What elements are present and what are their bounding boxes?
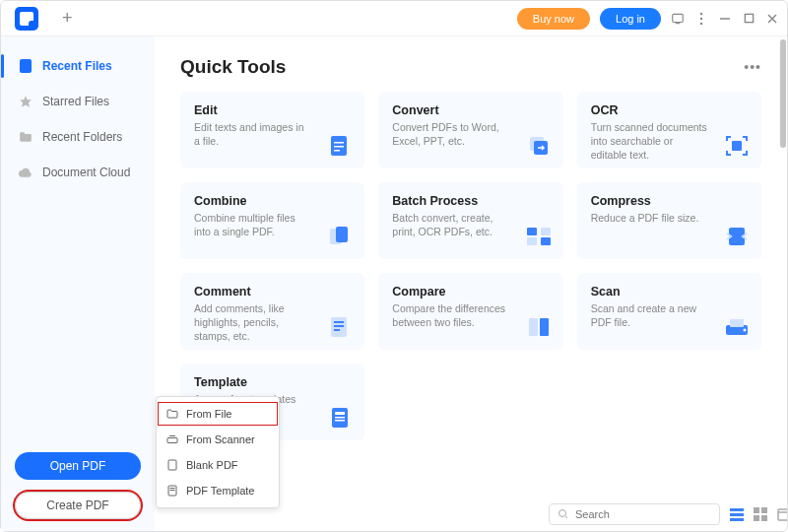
svg-point-38 <box>559 510 566 517</box>
svg-rect-40 <box>730 508 744 511</box>
popup-item-label: PDF Template <box>186 485 255 497</box>
batch-icon <box>526 224 552 249</box>
blank-icon <box>166 459 178 471</box>
star-icon <box>19 95 33 108</box>
card-compare[interactable]: CompareCompare the differences between t… <box>378 273 562 350</box>
combine-icon <box>327 224 353 249</box>
svg-rect-45 <box>754 515 759 521</box>
card-ocr[interactable]: OCRTurn scanned documents into searchabl… <box>577 92 761 168</box>
sidebar-item-document-cloud[interactable]: Document Cloud <box>1 155 155 190</box>
popup-blank-pdf[interactable]: Blank PDF <box>157 452 279 478</box>
new-tab-button[interactable]: + <box>62 8 73 29</box>
svg-text:T: T <box>735 142 740 151</box>
convert-icon <box>526 133 552 159</box>
svg-rect-21 <box>541 228 551 235</box>
folder-icon <box>19 130 33 144</box>
svg-rect-8 <box>20 59 32 73</box>
svg-rect-46 <box>761 515 767 521</box>
svg-rect-36 <box>335 417 345 419</box>
titlebar: + Buy now Log in <box>1 1 787 36</box>
svg-rect-26 <box>334 321 344 323</box>
svg-rect-22 <box>527 237 537 245</box>
card-convert[interactable]: ConvertConvert PDFs to Word, Excel, PPT,… <box>378 92 562 168</box>
compare-icon <box>526 314 552 340</box>
sidebar-item-label: Recent Folders <box>42 130 122 144</box>
svg-line-39 <box>565 516 568 519</box>
scrollbar-thumb[interactable] <box>780 39 786 148</box>
popup-from-file[interactable]: From File <box>157 401 279 427</box>
svg-point-2 <box>700 17 702 19</box>
svg-rect-12 <box>334 146 344 148</box>
page-title: Quick Tools <box>180 56 286 78</box>
sidebar-item-recent-folders[interactable]: Recent Folders <box>1 119 155 155</box>
cloud-icon <box>19 166 33 179</box>
feedback-icon[interactable] <box>671 12 685 26</box>
close-icon[interactable] <box>765 12 779 26</box>
app-logo <box>15 7 38 31</box>
svg-rect-13 <box>334 150 340 152</box>
more-icon[interactable]: ••• <box>744 59 761 75</box>
svg-rect-32 <box>730 319 744 327</box>
svg-rect-29 <box>529 318 538 336</box>
scan-icon <box>724 314 750 340</box>
card-batch[interactable]: Batch ProcessBatch convert, create, prin… <box>378 182 562 259</box>
create-pdf-popup: From File From Scanner Blank PDF PDF Tem… <box>156 396 280 508</box>
ocr-icon: T <box>724 133 750 159</box>
folder-icon <box>166 408 178 420</box>
app-window: + Buy now Log in Recent Files Starred Fi… <box>0 0 788 532</box>
svg-rect-19 <box>336 227 348 242</box>
svg-rect-20 <box>527 228 537 235</box>
search-box[interactable] <box>549 503 720 525</box>
card-edit[interactable]: EditEdit texts and images in a file. <box>180 92 364 168</box>
card-combine[interactable]: CombineCombine multiple files into a sin… <box>180 182 364 259</box>
svg-rect-47 <box>778 509 787 520</box>
edit-icon <box>327 133 353 159</box>
document-icon <box>19 59 33 73</box>
sidebar-item-label: Starred Files <box>42 95 109 108</box>
card-scan[interactable]: ScanScan and create a new PDF file. <box>577 273 761 350</box>
list-view-icon[interactable] <box>730 507 744 521</box>
maximize-icon[interactable] <box>742 12 755 26</box>
svg-rect-44 <box>761 507 767 513</box>
sidebar-item-label: Document Cloud <box>42 166 130 179</box>
popup-item-label: Blank PDF <box>186 459 238 471</box>
grid-view-icon[interactable] <box>754 507 767 521</box>
svg-rect-23 <box>541 237 551 245</box>
sidebar: Recent Files Starred Files Recent Folder… <box>1 36 155 531</box>
create-pdf-button[interactable]: Create PDF <box>15 492 141 519</box>
svg-rect-35 <box>335 412 345 415</box>
card-compress[interactable]: CompressReduce a PDF file size. <box>577 182 761 259</box>
popup-item-label: From File <box>186 408 231 420</box>
quick-tools-grid: EditEdit texts and images in a file. Con… <box>180 92 761 440</box>
search-icon <box>558 508 569 520</box>
footer-bar <box>549 503 761 525</box>
compress-icon <box>724 224 750 249</box>
svg-rect-5 <box>745 14 753 22</box>
menu-icon[interactable] <box>694 12 708 26</box>
minimize-icon[interactable] <box>718 12 732 26</box>
sidebar-item-label: Recent Files <box>42 59 112 73</box>
comment-icon <box>327 314 353 340</box>
svg-rect-11 <box>334 142 344 144</box>
svg-point-33 <box>743 329 746 332</box>
template-icon <box>166 485 178 497</box>
svg-point-1 <box>700 12 702 14</box>
svg-rect-51 <box>168 460 176 470</box>
svg-rect-49 <box>167 438 177 443</box>
search-input[interactable] <box>575 508 711 520</box>
popup-pdf-template[interactable]: PDF Template <box>157 478 279 503</box>
svg-rect-27 <box>334 325 344 327</box>
card-comment[interactable]: CommentAdd comments, like highlights, pe… <box>180 273 364 350</box>
sidebar-item-starred-files[interactable]: Starred Files <box>1 84 155 119</box>
svg-rect-0 <box>673 14 684 22</box>
sidebar-item-recent-files[interactable]: Recent Files <box>1 48 155 84</box>
buy-now-button[interactable]: Buy now <box>517 8 590 30</box>
svg-rect-43 <box>754 507 759 513</box>
calendar-icon[interactable] <box>777 507 787 521</box>
popup-from-scanner[interactable]: From Scanner <box>157 427 279 452</box>
svg-rect-28 <box>334 329 340 331</box>
open-pdf-button[interactable]: Open PDF <box>15 452 141 480</box>
popup-item-label: From Scanner <box>186 433 255 445</box>
svg-rect-37 <box>335 420 345 422</box>
login-button[interactable]: Log in <box>600 8 661 30</box>
